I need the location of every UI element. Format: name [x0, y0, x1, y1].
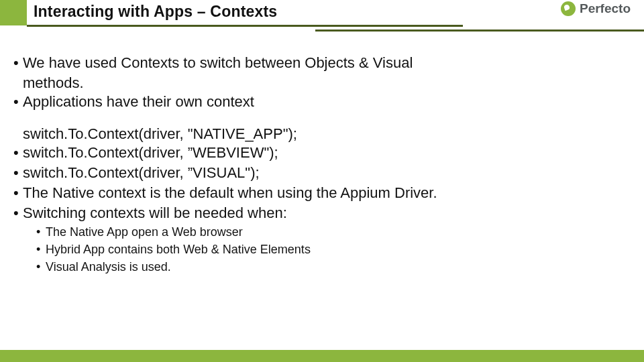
- footer-bar: [0, 350, 644, 362]
- body-text: The Native App open a Web browser: [46, 224, 243, 240]
- bullet-dot: •: [36, 259, 46, 275]
- bullet-item: • Switching contexts will be needed when…: [13, 204, 631, 223]
- bullet-item: • The Native context is the default when…: [13, 184, 631, 202]
- body-text: Hybrid App contains both Web & Native El…: [46, 241, 311, 257]
- bullet-dot: •: [13, 164, 23, 182]
- body-text: The Native context is the default when u…: [23, 184, 437, 202]
- title-underline-left: [27, 25, 463, 27]
- slide-header: Interacting with Apps – Contexts Perfect…: [0, 0, 644, 32]
- bullet-dot: •: [36, 224, 46, 240]
- slide-body: • We have used Contexts to switch betwee…: [13, 54, 631, 276]
- brand-logo: Perfecto: [561, 1, 631, 16]
- brand-name: Perfecto: [580, 1, 631, 16]
- bullet-item: • switch.To.Context(driver, ”VISUAL");: [13, 164, 631, 182]
- bullet-dot: •: [36, 241, 46, 257]
- bullet-dot: •: [13, 54, 23, 72]
- bullet-dot: •: [13, 93, 23, 111]
- sub-bullet-item: • Visual Analysis is used.: [36, 259, 631, 275]
- slide-title: Interacting with Apps – Contexts: [34, 3, 277, 21]
- body-text: Applications have their own context: [23, 93, 254, 111]
- perfecto-logo-icon: [561, 1, 576, 16]
- sub-bullet-item: • The Native App open a Web browser: [36, 224, 631, 240]
- body-text: Visual Analysis is used.: [46, 259, 171, 275]
- body-text: Switching contexts will be needed when:: [23, 204, 287, 223]
- code-line: switch.To.Context(driver, ”VISUAL");: [23, 164, 260, 182]
- bullet-dot: •: [13, 184, 23, 202]
- title-underline-right: [315, 29, 644, 32]
- sub-bullet-group: • The Native App open a Web browser • Hy…: [36, 224, 631, 275]
- slide: Interacting with Apps – Contexts Perfect…: [0, 0, 644, 362]
- title-accent-block: [0, 0, 27, 25]
- sub-bullet-item: • Hybrid App contains both Web & Native …: [36, 241, 631, 257]
- bullet-item: • Applications have their own context: [13, 93, 631, 111]
- code-line: switch.To.Context(driver, ”WEBVIEW");: [23, 143, 278, 162]
- bullet-item: • We have used Contexts to switch betwee…: [13, 54, 631, 72]
- body-text-continuation: methods.: [13, 74, 631, 93]
- bullet-dot: •: [13, 204, 23, 223]
- code-line: switch.To.Context(driver, "NATIVE_APP");: [13, 125, 631, 143]
- bullet-item: • switch.To.Context(driver, ”WEBVIEW");: [13, 143, 631, 162]
- bullet-dot: •: [13, 143, 23, 162]
- body-text: We have used Contexts to switch between …: [23, 54, 413, 72]
